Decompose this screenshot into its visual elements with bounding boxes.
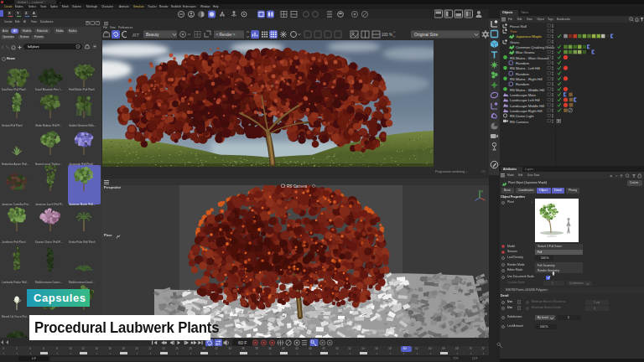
svg-text:100 %: 100 % bbox=[382, 33, 392, 37]
svg-text:60 F: 60 F bbox=[238, 340, 247, 345]
svg-text:Landscape Middle Hill: Landscape Middle Hill bbox=[510, 103, 544, 107]
svg-text:RT: RT bbox=[132, 33, 140, 38]
svg-text:RS Matrix - Middle Hill: RS Matrix - Middle Hill bbox=[510, 87, 544, 91]
svg-text:Random: Random bbox=[516, 60, 529, 65]
svg-text:Common Quaking Grass: Common Quaking Grass bbox=[516, 45, 555, 49]
svg-text:Random: Random bbox=[516, 71, 529, 75]
svg-text:Tree: Tree bbox=[510, 29, 517, 34]
svg-text:Y: Y bbox=[481, 189, 484, 194]
svg-text:laubwerk: laubwerk bbox=[548, 235, 557, 238]
svg-text:RS Matrix - Left Hill: RS Matrix - Left Hill bbox=[510, 66, 540, 70]
svg-text:RS Dome Light: RS Dome Light bbox=[510, 114, 534, 118]
svg-text:RS Matrix - Main Ground: RS Matrix - Main Ground bbox=[510, 55, 549, 59]
svg-text:Japanese Maple: Japanese Maple bbox=[516, 34, 542, 39]
svg-text:RS Camera: RS Camera bbox=[287, 184, 307, 188]
svg-text:Original Size: Original Size bbox=[414, 32, 439, 37]
svg-text:Landscape Right Hill: Landscape Right Hill bbox=[510, 108, 542, 112]
svg-text:Beauty: Beauty bbox=[146, 32, 159, 37]
svg-text:< Render >: < Render > bbox=[216, 33, 236, 37]
svg-text:RS Matrix - Right Hill: RS Matrix - Right Hill bbox=[510, 76, 543, 80]
svg-text:Random: Random bbox=[516, 82, 529, 86]
svg-text:Landscape Main: Landscape Main bbox=[510, 92, 536, 96]
svg-text:RS Camera: RS Camera bbox=[510, 119, 529, 123]
svg-text:Focus Null: Focus Null bbox=[510, 23, 527, 28]
svg-text:Grass: Grass bbox=[510, 39, 520, 44]
svg-text:Blue Grama: Blue Grama bbox=[516, 50, 535, 54]
svg-text:Landscape Left Hill: Landscape Left Hill bbox=[510, 98, 540, 102]
